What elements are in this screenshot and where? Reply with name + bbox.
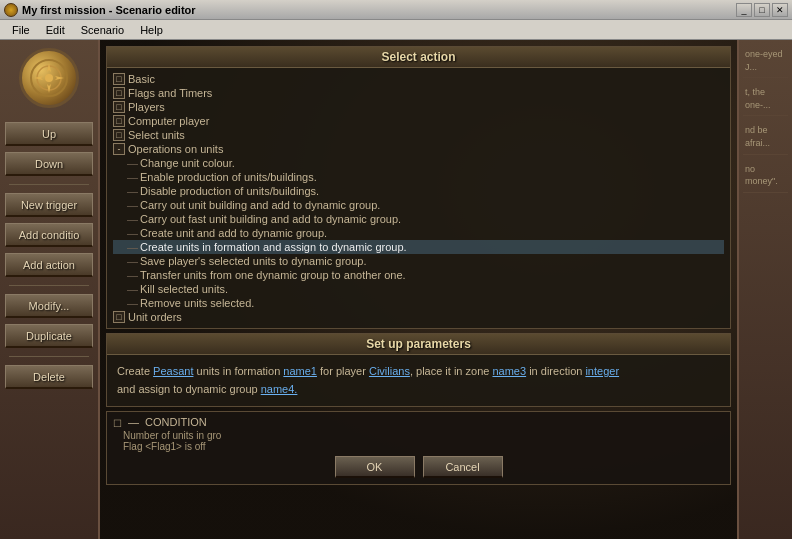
dash-icon-8: — [127,255,138,267]
tree-item-fast-build[interactable]: — Carry out fast unit building and add t… [113,212,724,226]
setup-link-name3[interactable]: name3 [492,365,526,377]
menu-bar: File Edit Scenario Help [0,20,792,40]
right-text-3: nd be afrai... [743,120,788,154]
setup-link-name4[interactable]: name4. [261,383,298,395]
tree-item-computer[interactable]: □ Computer player [113,114,724,128]
tree-label-select-units: Select units [128,129,185,141]
svg-point-2 [45,74,53,82]
setup-header: Set up parameters [107,334,730,355]
action-tree[interactable]: □ Basic □ Flags and Timers □ Players □ C… [107,68,730,328]
window-icon [4,3,18,17]
setup-link-name1[interactable]: name1 [283,365,317,377]
main-area: Up Down New trigger Add conditio Add act… [0,40,792,539]
setup-link-civilians[interactable]: Civilians [369,365,410,377]
tree-item-remove-units[interactable]: — Remove units selected. [113,296,724,310]
tree-label-create-formation: Create units in formation and assign to … [140,241,407,253]
menu-file[interactable]: File [4,22,38,38]
tree-item-carry-out[interactable]: — Carry out unit building and add to dyn… [113,198,724,212]
emblem [19,48,79,108]
add-condition-button[interactable]: Add conditio [5,223,93,247]
condition-panel: ☐ — CONDITION Number of units in gro Fla… [106,411,731,485]
menu-edit[interactable]: Edit [38,22,73,38]
dash-icon-2: — [127,171,138,183]
divider-1 [9,184,89,185]
checkbox-operations[interactable]: - [113,143,125,155]
tree-item-select-units[interactable]: □ Select units [113,128,724,142]
tree-label-create-unit: Create unit and add to dynamic group. [140,227,327,239]
tree-label-kill-units: Kill selected units. [140,283,228,295]
checkbox-computer[interactable]: □ [113,115,125,127]
checkbox-unit-orders[interactable]: □ [113,311,125,323]
menu-scenario[interactable]: Scenario [73,22,132,38]
tree-item-create-unit[interactable]: — Create unit and add to dynamic group. [113,226,724,240]
tree-label-save-selected: Save player's selected units to dynamic … [140,255,367,267]
checkbox-flags[interactable]: □ [113,87,125,99]
duplicate-button[interactable]: Duplicate [5,324,93,348]
modify-button[interactable]: Modify... [5,294,93,318]
dash-icon-11: — [127,297,138,309]
tree-label-players: Players [128,101,165,113]
tree-item-operations[interactable]: - Operations on units [113,142,724,156]
setup-text-units-in: units in formation [193,365,283,377]
setup-content: Create Peasant units in formation name1 … [107,355,730,406]
setup-link-peasant[interactable]: Peasant [153,365,193,377]
select-action-header: Select action [107,47,730,68]
setup-text-place-in: , place it in zone [410,365,493,377]
checkbox-basic[interactable]: □ [113,73,125,85]
window-title: My first mission - Scenario editor [22,4,736,16]
tree-label-remove-units: Remove units selected. [140,297,254,309]
checkbox-select-units[interactable]: □ [113,129,125,141]
tree-label-fast-build: Carry out fast unit building and add to … [140,213,401,225]
setup-text-direction: in direction [526,365,585,377]
dash-icon-6: — [127,227,138,239]
tree-item-kill-units[interactable]: — Kill selected units. [113,282,724,296]
dash-icon-7: — [127,241,138,253]
tree-label-transfer-units: Transfer units from one dynamic group to… [140,269,406,281]
right-panel: one-eyed J... t, the one-... nd be afrai… [737,40,792,539]
tree-label-disable-prod: Disable production of units/buildings. [140,185,319,197]
dash-icon-3: — [127,185,138,197]
tree-item-create-formation[interactable]: — Create units in formation and assign t… [113,240,724,254]
menu-help[interactable]: Help [132,22,171,38]
tree-label-basic: Basic [128,73,155,85]
divider-2 [9,285,89,286]
condition-item-2: Flag <Flag1> is off [113,441,724,452]
close-button[interactable]: ✕ [772,3,788,17]
setup-link-integer[interactable]: integer [585,365,619,377]
tree-item-players[interactable]: □ Players [113,100,724,114]
maximize-button[interactable]: □ [754,3,770,17]
tree-item-disable-prod[interactable]: — Disable production of units/buildings. [113,184,724,198]
condition-buttons: OK Cancel [113,452,724,480]
up-button[interactable]: Up [5,122,93,146]
tree-item-basic[interactable]: □ Basic [113,72,724,86]
tree-label-carry-out: Carry out unit building and add to dynam… [140,199,380,211]
add-action-button[interactable]: Add action [5,253,93,277]
tree-item-save-selected[interactable]: — Save player's selected units to dynami… [113,254,724,268]
cancel-button[interactable]: Cancel [423,456,503,478]
right-text-1: one-eyed J... [743,44,788,78]
dash-icon-4: — [127,199,138,211]
tree-item-change-colour[interactable]: — Change unit colour. [113,156,724,170]
right-text-4: no money". [743,159,788,193]
tree-item-transfer-units[interactable]: — Transfer units from one dynamic group … [113,268,724,282]
tree-label-operations: Operations on units [128,143,223,155]
condition-item-1: Number of units in gro [113,430,724,441]
title-bar: My first mission - Scenario editor _ □ ✕ [0,0,792,20]
setup-text-for-player: for player [317,365,369,377]
tree-item-unit-orders[interactable]: □ Unit orders [113,310,724,324]
delete-button[interactable]: Delete [5,365,93,389]
dash-icon-10: — [127,283,138,295]
ok-button[interactable]: OK [335,456,415,478]
new-trigger-button[interactable]: New trigger [5,193,93,217]
down-button[interactable]: Down [5,152,93,176]
minimize-button[interactable]: _ [736,3,752,17]
setup-text-create: Create [117,365,153,377]
right-text-2: t, the one-... [743,82,788,116]
dash-icon-9: — [127,269,138,281]
setup-panel: Set up parameters Create Peasant units i… [106,333,731,407]
tree-item-enable-prod[interactable]: — Enable production of units/buildings. [113,170,724,184]
tree-label-enable-prod: Enable production of units/buildings. [140,171,317,183]
checkbox-players[interactable]: □ [113,101,125,113]
tree-label-unit-orders: Unit orders [128,311,182,323]
tree-item-flags[interactable]: □ Flags and Timers [113,86,724,100]
